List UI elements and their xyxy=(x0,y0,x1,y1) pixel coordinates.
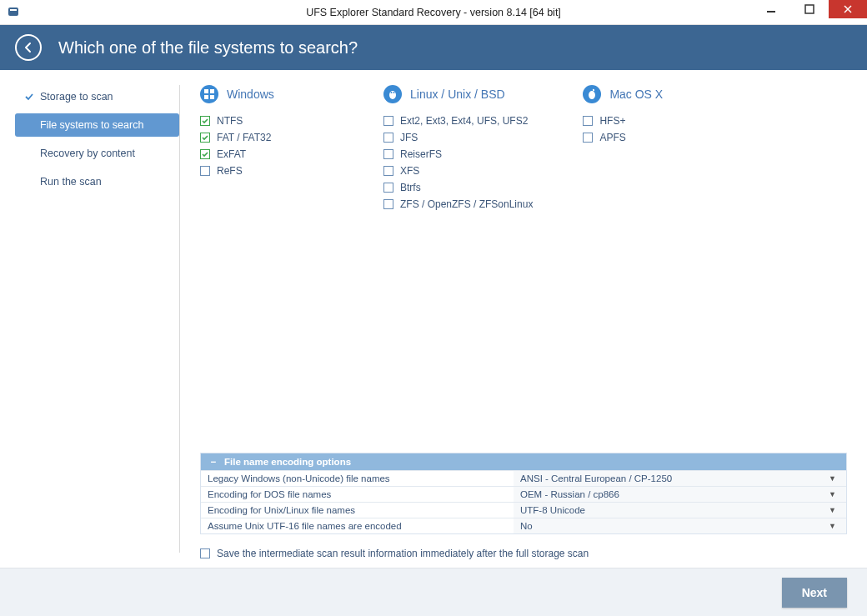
encoding-options-panel: − File name encoding options Legacy Wind… xyxy=(200,453,847,534)
svg-point-11 xyxy=(391,92,393,93)
checkbox[interactable] xyxy=(383,183,393,193)
svg-rect-2 xyxy=(767,11,775,13)
dropdown-caret-icon: ▼ xyxy=(829,522,836,530)
encoding-label: Encoding for DOS file names xyxy=(201,487,514,502)
fs-checkbox-row[interactable]: FAT / FAT32 xyxy=(200,132,333,143)
save-intermediate-label: Save the intermediate scan result inform… xyxy=(217,548,589,559)
encoding-dropdown[interactable]: OEM - Russian / cp866 ▼ xyxy=(514,487,846,502)
window-title: UFS Explorer Standard Recovery - version… xyxy=(0,7,867,18)
fs-group-header-linux[interactable]: Linux / Unix / BSD xyxy=(383,85,533,103)
svg-point-12 xyxy=(393,92,395,93)
dropdown-caret-icon: ▼ xyxy=(829,506,836,514)
fs-checkbox-row[interactable]: XFS xyxy=(383,165,533,177)
app-icon xyxy=(7,5,22,20)
svg-rect-0 xyxy=(8,8,18,16)
fs-group-header-apple[interactable]: Mac OS X xyxy=(583,85,716,103)
page-title: Which one of the file systems to search? xyxy=(58,38,358,58)
encoding-options-title: File name encoding options xyxy=(224,457,351,467)
wizard-steps-sidebar: Storage to scanFile systems to searchRec… xyxy=(0,70,179,568)
check-icon xyxy=(23,92,35,102)
fs-group-header-windows[interactable]: Windows xyxy=(200,85,333,103)
svg-rect-8 xyxy=(204,95,208,99)
wizard-step-1[interactable]: File systems to search xyxy=(15,113,179,137)
svg-rect-9 xyxy=(210,95,214,99)
encoding-dropdown[interactable]: No ▼ xyxy=(514,518,846,533)
checkbox[interactable] xyxy=(383,149,393,159)
encoding-label: Encoding for Unix/Linux file names xyxy=(201,503,514,518)
linux-icon xyxy=(383,85,402,103)
back-button[interactable] xyxy=(15,34,42,61)
fs-checkbox-row[interactable]: ExFAT xyxy=(200,148,333,160)
fs-checkbox-row[interactable]: ReiserFS xyxy=(383,148,533,160)
encoding-label: Assume Unix UTF-16 file names are encode… xyxy=(201,518,514,533)
next-button[interactable]: Next xyxy=(782,578,847,608)
main-panel: Windows NTFS FAT / FAT32 ExFAT ReFS Linu… xyxy=(180,70,867,568)
fs-checkbox-row[interactable]: Ext2, Ext3, Ext4, UFS, UFS2 xyxy=(383,115,533,127)
encoding-row: Legacy Windows (non-Unicode) file names … xyxy=(201,470,846,486)
title-bar: UFS Explorer Standard Recovery - version… xyxy=(0,0,867,25)
svg-rect-7 xyxy=(210,89,214,93)
svg-rect-1 xyxy=(10,9,17,11)
checkbox[interactable] xyxy=(583,116,593,126)
fs-group-linux: Linux / Unix / BSD Ext2, Ext3, Ext4, UFS… xyxy=(383,85,533,215)
collapse-icon[interactable]: − xyxy=(209,457,218,467)
page-body: Storage to scanFile systems to searchRec… xyxy=(0,70,867,568)
svg-rect-3 xyxy=(805,5,814,13)
fs-label: HFS+ xyxy=(599,115,625,127)
checkbox[interactable] xyxy=(383,166,393,176)
checkbox[interactable] xyxy=(383,116,393,126)
fs-checkbox-row[interactable]: NTFS xyxy=(200,115,333,127)
fs-label: Ext2, Ext3, Ext4, UFS, UFS2 xyxy=(400,115,528,127)
svg-rect-6 xyxy=(204,89,208,93)
fs-label: Btrfs xyxy=(400,182,421,193)
fs-label: NTFS xyxy=(217,115,243,127)
close-button[interactable] xyxy=(829,0,867,18)
checkbox[interactable] xyxy=(383,199,393,209)
maximize-button[interactable] xyxy=(790,0,829,18)
save-intermediate-checkbox[interactable] xyxy=(200,548,210,558)
window-controls xyxy=(752,0,867,20)
encoding-options-header[interactable]: − File name encoding options xyxy=(201,453,846,470)
fs-label: ReiserFS xyxy=(400,148,442,160)
fs-label: JFS xyxy=(400,132,418,143)
checkbox[interactable] xyxy=(583,133,593,143)
apple-icon xyxy=(583,85,601,103)
encoding-label: Legacy Windows (non-Unicode) file names xyxy=(201,471,514,486)
fs-label: ZFS / OpenZFS / ZFSonLinux xyxy=(400,198,533,210)
fs-checkbox-row[interactable]: ZFS / OpenZFS / ZFSonLinux xyxy=(383,198,533,210)
fs-checkbox-row[interactable]: HFS+ xyxy=(583,115,716,127)
save-intermediate-row[interactable]: Save the intermediate scan result inform… xyxy=(200,548,847,559)
fs-label: APFS xyxy=(599,132,625,143)
svg-point-10 xyxy=(389,91,396,99)
fs-checkbox-row[interactable]: APFS xyxy=(583,132,716,143)
dropdown-caret-icon: ▼ xyxy=(829,490,836,498)
dropdown-caret-icon: ▼ xyxy=(829,474,836,483)
wizard-step-0[interactable]: Storage to scan xyxy=(15,85,179,108)
minimize-button[interactable] xyxy=(752,0,790,18)
windows-icon xyxy=(200,85,218,103)
fs-group-windows: Windows NTFS FAT / FAT32 ExFAT ReFS xyxy=(200,85,333,215)
checkbox[interactable] xyxy=(200,133,210,143)
page-banner: Which one of the file systems to search? xyxy=(0,25,867,70)
fs-label: FAT / FAT32 xyxy=(217,132,271,143)
checkbox[interactable] xyxy=(200,116,210,126)
encoding-dropdown[interactable]: UTF-8 Unicode ▼ xyxy=(514,503,846,518)
fs-group-apple: Mac OS X HFS+ APFS xyxy=(583,85,716,215)
wizard-step-2[interactable]: Recovery by content xyxy=(15,142,179,165)
fs-label: ExFAT xyxy=(217,148,246,160)
checkbox[interactable] xyxy=(200,166,210,176)
fs-checkbox-row[interactable]: Btrfs xyxy=(383,182,533,193)
footer-bar: Next xyxy=(0,568,867,616)
encoding-row: Encoding for Unix/Linux file names UTF-8… xyxy=(201,502,846,518)
checkbox[interactable] xyxy=(200,149,210,159)
checkbox[interactable] xyxy=(383,133,393,143)
encoding-dropdown[interactable]: ANSI - Central European / CP-1250 ▼ xyxy=(514,471,846,486)
encoding-row: Assume Unix UTF-16 file names are encode… xyxy=(201,518,846,533)
wizard-step-3[interactable]: Run the scan xyxy=(15,170,179,193)
encoding-row: Encoding for DOS file names OEM - Russia… xyxy=(201,486,846,502)
fs-checkbox-row[interactable]: ReFS xyxy=(200,165,333,177)
fs-label: XFS xyxy=(400,165,419,177)
fs-label: ReFS xyxy=(217,165,243,177)
filesystem-columns: Windows NTFS FAT / FAT32 ExFAT ReFS Linu… xyxy=(200,85,847,215)
fs-checkbox-row[interactable]: JFS xyxy=(383,132,533,143)
